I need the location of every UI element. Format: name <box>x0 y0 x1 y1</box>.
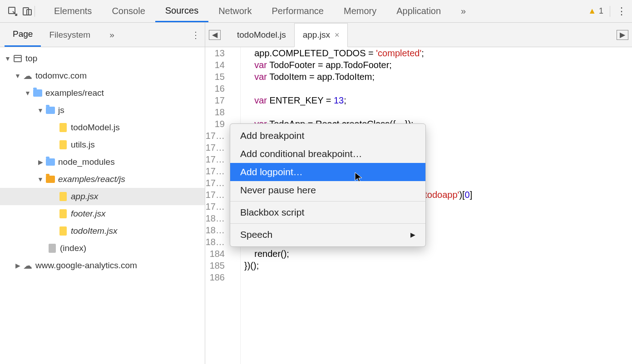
devtools-tabs-bar: Elements Console Sources Network Perform… <box>0 0 632 23</box>
tree-label: top <box>25 54 37 64</box>
file-icon <box>59 209 67 218</box>
folder-icon <box>46 107 55 114</box>
file-tree: ▼ top ▼ ☁ todomvc.com ▼ examples/react ▼… <box>0 47 205 364</box>
tree-label: examples/react/js <box>58 174 125 184</box>
tree-label: utils.js <box>71 140 95 150</box>
sidebar-tab-filesystem[interactable]: Filesystem <box>41 23 99 47</box>
nav-prev-icon[interactable]: ◀ <box>209 30 221 40</box>
folder-icon <box>46 176 55 183</box>
sidebar-kebab-icon[interactable]: ⋮ <box>191 30 200 40</box>
tree-label: node_modules <box>58 157 115 167</box>
file-icon <box>59 226 67 236</box>
editor-tab-todomodel[interactable]: todoModel.js <box>229 23 294 47</box>
sidebar-tab-page[interactable]: Page <box>5 23 41 47</box>
ctx-never-pause-here[interactable]: Never pause here <box>230 181 425 199</box>
tree-file-utils[interactable]: utils.js <box>0 136 205 153</box>
tab-sources[interactable]: Sources <box>155 0 208 22</box>
tree-file-todoitem[interactable]: todoItem.jsx <box>0 222 205 240</box>
tree-domain[interactable]: ▼ ☁ todomvc.com <box>0 67 205 84</box>
tab-network[interactable]: Network <box>208 0 262 22</box>
tree-folder-node-modules[interactable]: ▶ node_modules <box>0 153 205 171</box>
tree-label: footer.jsx <box>71 209 105 219</box>
ctx-label: Speech <box>240 229 272 240</box>
chevron-right-icon: ▶ <box>410 231 415 238</box>
tree-file-app[interactable]: app.jsx <box>0 188 205 205</box>
tree-label: (index) <box>60 243 86 253</box>
file-icon <box>49 244 56 253</box>
tabs-right-controls: ▲ 1 ⋮ <box>588 5 627 17</box>
tree-file-footer[interactable]: footer.jsx <box>0 205 205 222</box>
editor-tabs-bar: ◀ todoModel.js app.jsx × ▶ <box>205 23 632 47</box>
folder-icon <box>33 89 42 97</box>
ctx-speech[interactable]: Speech ▶ <box>230 226 425 244</box>
tab-performance[interactable]: Performance <box>262 0 334 22</box>
warning-badge[interactable]: ▲ 1 <box>588 6 603 16</box>
ctx-add-breakpoint[interactable]: Add breakpoint <box>230 127 425 145</box>
ctx-blackbox-script[interactable]: Blackbox script <box>230 203 425 221</box>
folder-icon <box>46 158 55 166</box>
close-icon[interactable]: × <box>335 30 340 40</box>
file-icon <box>59 140 67 149</box>
main-tabs: Elements Console Sources Network Perform… <box>44 0 588 22</box>
divider <box>35 6 35 17</box>
tree-file-index[interactable]: (index) <box>0 240 205 257</box>
editor-tab-label: app.jsx <box>303 30 330 40</box>
navigator-sidebar: Page Filesystem » ⋮ ▼ top ▼ ☁ todomvc.co… <box>0 23 205 364</box>
cursor-icon <box>354 172 363 182</box>
device-toggle-icon[interactable] <box>20 4 35 19</box>
tree-label: app.jsx <box>71 192 98 202</box>
tree-top[interactable]: ▼ top <box>0 50 205 67</box>
tree-folder-examples[interactable]: ▼ examples/react <box>0 84 205 102</box>
warning-triangle-icon: ▲ <box>588 6 596 16</box>
tree-label: todomvc.com <box>35 71 87 81</box>
tree-label: js <box>58 105 64 115</box>
tree-label: todoItem.jsx <box>71 226 117 236</box>
tree-label: www.google-analytics.com <box>35 261 137 271</box>
warning-count: 1 <box>599 6 603 16</box>
navigator-tabs: Page Filesystem » ⋮ <box>0 23 205 47</box>
sidebar-tabs-overflow[interactable]: » <box>101 23 123 47</box>
tabs-overflow[interactable]: » <box>451 0 476 22</box>
inspect-icon[interactable] <box>5 4 20 19</box>
file-icon <box>59 123 67 132</box>
tree-label: todoModel.js <box>71 123 120 133</box>
tree-file-todomodel[interactable]: todoModel.js <box>0 119 205 136</box>
ctx-separator <box>230 223 425 224</box>
tab-console[interactable]: Console <box>102 0 155 22</box>
tree-folder-js[interactable]: ▼ js <box>0 102 205 119</box>
window-icon <box>14 55 22 62</box>
tab-application[interactable]: Application <box>386 0 451 22</box>
svg-rect-1 <box>23 8 29 15</box>
ctx-separator <box>230 201 425 202</box>
tab-memory[interactable]: Memory <box>334 0 386 22</box>
ctx-add-logpoint[interactable]: Add logpoint… <box>230 163 425 181</box>
gutter-context-menu: Add breakpoint Add conditional breakpoin… <box>230 123 426 247</box>
tree-domain-ga[interactable]: ▶ ☁ www.google-analytics.com <box>0 257 205 274</box>
divider <box>610 6 610 17</box>
editor-tab-label: todoModel.js <box>237 30 286 40</box>
tree-folder-examples-react-js[interactable]: ▼ examples/react/js <box>0 171 205 188</box>
nav-next-icon[interactable]: ▶ <box>617 30 628 40</box>
kebab-menu-icon[interactable]: ⋮ <box>617 5 627 17</box>
cloud-icon: ☁ <box>22 70 34 81</box>
tree-label: examples/react <box>45 88 104 98</box>
editor-tab-app[interactable]: app.jsx × <box>294 23 348 47</box>
file-icon <box>59 192 67 201</box>
cloud-icon: ☁ <box>22 260 34 271</box>
ctx-add-conditional-breakpoint[interactable]: Add conditional breakpoint… <box>230 145 425 163</box>
tab-elements[interactable]: Elements <box>44 0 102 22</box>
